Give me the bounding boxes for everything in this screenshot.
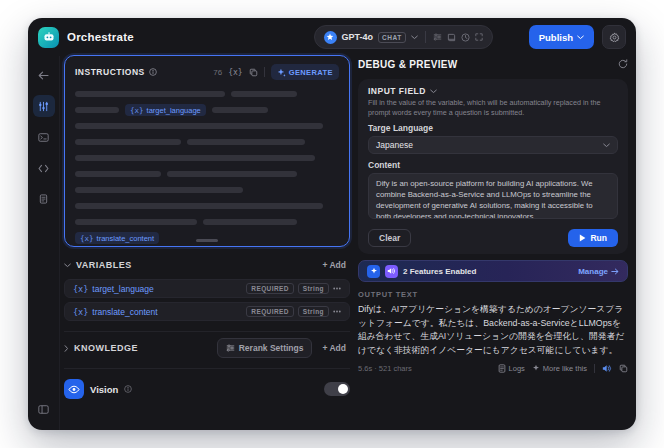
nav-prompt-log[interactable] — [33, 126, 55, 148]
output-text: Difyは、AIアプリケーションを構築するためのオープンソースプラットフォームで… — [358, 303, 628, 358]
instructions-title: INSTRUCTIONS — [75, 67, 145, 77]
skeleton-row — [75, 90, 339, 98]
eye-icon — [68, 385, 80, 394]
skeleton-row — [75, 154, 339, 162]
features-bar[interactable]: 2 Features Enabled Manage — [358, 260, 628, 282]
knowledge-collapse[interactable]: KNOWLEDGE — [64, 343, 138, 353]
manage-features-link[interactable]: Manage — [578, 267, 619, 276]
input-field-card: INPUT FIELD Fill in the value of the var… — [358, 79, 628, 254]
resize-handle[interactable] — [196, 239, 218, 242]
terminal-icon — [38, 133, 49, 142]
chevron-right-icon — [64, 345, 69, 352]
variable-chip[interactable]: {x}target_language — [125, 104, 206, 116]
char-count: 76 — [213, 68, 222, 77]
run-label: Run — [590, 233, 607, 243]
logs-button[interactable]: Logs — [498, 364, 525, 373]
collapse-panel-button[interactable] — [33, 398, 55, 420]
debug-preview-panel: DEBUG & PREVIEW INPUT FIELD Fill in the … — [358, 55, 628, 430]
skeleton-row — [75, 170, 339, 178]
skeleton-row: {x}target_language — [75, 106, 339, 114]
variable-row[interactable]: {x}target_language REQUIRED String — [64, 279, 350, 298]
generate-button[interactable]: GENERATE — [271, 64, 339, 80]
toggle-knob — [338, 384, 348, 394]
output-stats: 5.6s · 521 chars — [358, 364, 412, 373]
play-icon — [579, 234, 586, 242]
variables-collapse[interactable]: VARIABLES — [64, 260, 132, 270]
publish-button[interactable]: Publish — [529, 25, 594, 49]
app-logo[interactable] — [38, 27, 59, 48]
top-bar: Orchestrate GPT-4o CHAT — [28, 18, 636, 56]
output-title: OUTPUT TEXT — [358, 290, 628, 299]
text-to-speech-feature-icon — [385, 265, 398, 278]
input-field-collapse[interactable]: INPUT FIELD — [368, 86, 618, 96]
input-field-description: Fill in the value of the variable, which… — [368, 98, 618, 117]
clear-button[interactable]: Clear — [368, 229, 411, 247]
vision-label: Vision — [90, 384, 118, 395]
nav-logs[interactable] — [33, 188, 55, 210]
speaker-icon[interactable] — [602, 364, 612, 373]
nav-api[interactable] — [33, 157, 55, 179]
variables-section: VARIABLES + Add {x}target_language REQUI… — [64, 255, 350, 321]
target-language-select[interactable]: Japanese — [368, 136, 618, 154]
required-badge: REQUIRED — [246, 306, 294, 317]
document-icon — [498, 364, 506, 373]
app-window: Orchestrate GPT-4o CHAT — [28, 18, 636, 430]
more-like-this-feature-icon — [367, 265, 380, 278]
add-variable-button[interactable]: + Add — [318, 258, 350, 272]
content-label: Content — [368, 160, 618, 170]
rerank-settings-button[interactable]: Rerank Settings — [217, 338, 313, 358]
info-icon — [149, 68, 157, 76]
settings-button[interactable] — [602, 25, 626, 49]
back-button[interactable] — [33, 64, 55, 86]
sliders-icon — [226, 344, 235, 352]
knowledge-section: KNOWLEDGE Rerank Settings + Add — [64, 331, 350, 358]
left-rail — [28, 56, 60, 430]
nav-orchestrate[interactable] — [33, 95, 55, 117]
skeleton-row — [75, 186, 339, 194]
skeleton-row — [75, 202, 339, 210]
info-icon — [124, 385, 132, 393]
more-icon[interactable] — [333, 310, 341, 313]
content-textarea[interactable]: Dify is an open-source platform for buil… — [368, 173, 618, 219]
divider — [425, 31, 426, 43]
expand-icon[interactable] — [475, 33, 483, 41]
variable-chip[interactable]: {x}translate_content — [75, 232, 159, 244]
insert-variable-icon[interactable]: {x} — [228, 68, 242, 77]
model-selector[interactable]: GPT-4o CHAT — [314, 25, 493, 49]
vision-icon — [64, 379, 84, 399]
tune-icon — [38, 101, 49, 112]
features-enabled-label: 2 Features Enabled — [403, 267, 476, 276]
clock-icon[interactable] — [461, 33, 470, 42]
robot-logo-icon — [43, 31, 55, 43]
input-field-title: INPUT FIELD — [368, 86, 426, 96]
book-icon[interactable] — [447, 33, 456, 42]
sparkle-icon — [277, 68, 286, 77]
chevron-down-icon — [411, 35, 418, 40]
more-icon[interactable] — [333, 287, 341, 290]
chevron-down-icon — [577, 35, 584, 40]
arrow-left-icon — [38, 71, 49, 80]
generate-label: GENERATE — [289, 68, 333, 77]
instructions-header: INSTRUCTIONS 76 {x} GENERATE — [75, 62, 339, 82]
model-mode-badge: CHAT — [378, 32, 406, 43]
add-knowledge-button[interactable]: + Add — [318, 341, 350, 355]
skeleton-row — [75, 138, 339, 146]
variable-name: target_language — [92, 284, 153, 294]
refresh-icon[interactable] — [618, 59, 628, 69]
code-icon — [38, 164, 49, 173]
instructions-card[interactable]: INSTRUCTIONS 76 {x} GENERATE — [64, 55, 350, 247]
copy-output-icon[interactable] — [619, 364, 628, 373]
copy-icon[interactable] — [249, 68, 258, 77]
required-badge: REQUIRED — [246, 283, 294, 294]
vision-toggle[interactable] — [324, 382, 350, 396]
model-provider-icon — [324, 31, 337, 44]
more-like-this-button[interactable]: More like this — [532, 364, 587, 373]
sliders-icon[interactable] — [433, 33, 442, 41]
variables-title: VARIABLES — [76, 260, 132, 270]
variable-name: translate_content — [92, 307, 157, 317]
variable-row[interactable]: {x}translate_content REQUIRED String — [64, 302, 350, 321]
type-badge: String — [298, 306, 329, 317]
debug-title: DEBUG & PREVIEW — [358, 59, 458, 70]
type-badge: String — [298, 283, 329, 294]
run-button[interactable]: Run — [568, 229, 618, 247]
